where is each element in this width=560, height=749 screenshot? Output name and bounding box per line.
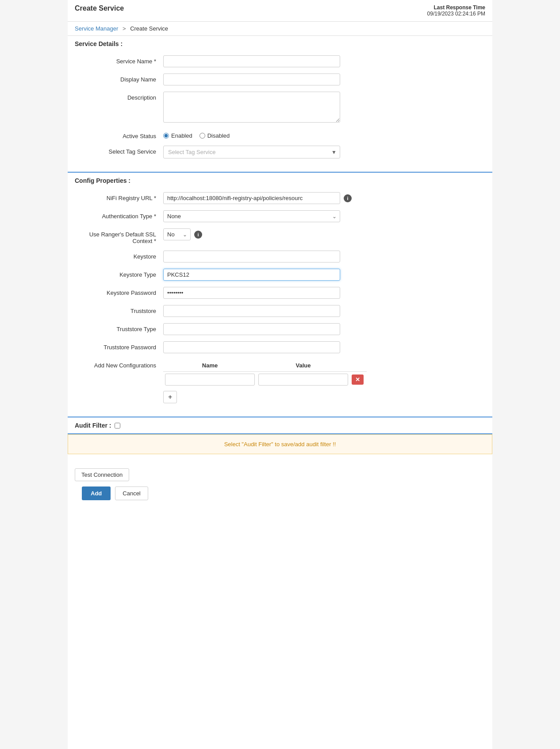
service-details-body: Service Name * Display Name Description [68, 52, 492, 172]
config-properties-section: Config Properties : NiFi Registry URL * … [68, 173, 492, 417]
service-name-control [163, 55, 340, 67]
active-status-label: Active Status [75, 130, 163, 139]
service-details-header: Service Details : [68, 36, 492, 52]
config-name-cell [163, 372, 257, 388]
truststore-control [163, 305, 340, 317]
nifi-registry-url-control: http://localhost:18080/nifi-registry-api… [163, 192, 352, 204]
use-ranger-ssl-select[interactable]: No Yes [163, 228, 191, 240]
enabled-radio[interactable] [163, 133, 169, 139]
nifi-registry-url-row: NiFi Registry URL * http://localhost:180… [75, 192, 485, 204]
enabled-radio-item[interactable]: Enabled [163, 132, 192, 139]
add-config-row-button[interactable]: + [163, 391, 177, 403]
config-delete-cell: ✕ [350, 372, 367, 388]
display-name-label: Display Name [75, 73, 163, 83]
config-name-input[interactable] [165, 374, 255, 386]
use-ranger-ssl-control: No Yes ⌄ i [163, 228, 202, 240]
select-tag-service-label: Select Tag Service [75, 146, 163, 155]
page-title: Create Service [75, 4, 124, 12]
description-textarea[interactable] [163, 92, 340, 123]
use-ranger-ssl-label: Use Ranger's Default SSL Context * [75, 228, 163, 244]
nifi-registry-url-input[interactable]: http://localhost:18080/nifi-registry-api… [163, 192, 340, 204]
disabled-label: Disabled [207, 132, 230, 139]
config-properties-header: Config Properties : [68, 173, 492, 189]
config-delete-button[interactable]: ✕ [352, 374, 364, 385]
description-row: Description [75, 92, 485, 124]
keystore-password-input[interactable] [163, 287, 340, 299]
config-table-header-row: Name Value [163, 359, 367, 372]
truststore-password-control [163, 341, 340, 353]
config-value-input[interactable] [258, 374, 348, 386]
audit-filter-header: Audit Filter : [68, 417, 492, 433]
keystore-type-label: Keystore Type [75, 269, 163, 278]
breadcrumb-separator: > [123, 25, 126, 32]
truststore-type-control [163, 323, 340, 335]
auth-type-wrapper: None Kerberos SSL ⌄ [163, 210, 340, 222]
tag-service-wrapper: Select Tag Service ▼ [163, 146, 340, 158]
page-container: Create Service Last Response Time 09/19/… [68, 0, 492, 749]
truststore-password-input[interactable] [163, 341, 340, 353]
keystore-label: Keystore [75, 251, 163, 260]
description-control [163, 92, 340, 124]
audit-filter-banner-message: Select "Audit Filter" to save/add audit … [224, 441, 336, 448]
keystore-input[interactable] [163, 251, 340, 263]
breadcrumb-service-manager[interactable]: Service Manager [75, 25, 118, 32]
last-response-value: 09/19/2023 02:24:16 PM [427, 11, 485, 17]
add-new-config-label: Add New Configurations [75, 359, 163, 369]
header: Create Service Last Response Time 09/19/… [68, 0, 492, 22]
config-name-col-header: Name [163, 359, 257, 372]
keystore-type-input[interactable]: PKCS12 [163, 269, 340, 281]
enabled-label: Enabled [171, 132, 192, 139]
keystore-type-control: PKCS12 [163, 269, 340, 281]
keystore-password-label: Keystore Password [75, 287, 163, 296]
use-ranger-ssl-row: Use Ranger's Default SSL Context * No Ye… [75, 228, 485, 244]
last-response-label: Last Response Time [427, 4, 485, 11]
breadcrumb: Service Manager > Create Service [68, 22, 492, 36]
audit-filter-checkbox[interactable] [115, 423, 120, 429]
action-buttons: Add Cancel [82, 486, 148, 500]
footer-buttons: Test Connection Add Cancel [68, 461, 492, 507]
auth-type-row: Authentication Type * None Kerberos SSL … [75, 210, 485, 222]
auth-type-label: Authentication Type * [75, 210, 163, 220]
add-button[interactable]: Add [82, 486, 111, 500]
use-ranger-ssl-wrapper: No Yes ⌄ [163, 228, 191, 240]
use-ranger-ssl-info-icon[interactable]: i [194, 231, 202, 239]
service-name-label: Service Name * [75, 55, 163, 65]
display-name-input[interactable] [163, 73, 340, 85]
truststore-type-row: Truststore Type [75, 323, 485, 335]
auth-type-select[interactable]: None Kerberos SSL [163, 210, 340, 222]
disabled-radio-item[interactable]: Disabled [199, 132, 230, 139]
breadcrumb-current: Create Service [130, 25, 168, 32]
test-connection-button[interactable]: Test Connection [75, 468, 129, 481]
nifi-registry-url-info-icon[interactable]: i [344, 194, 352, 202]
audit-filter-label: Audit Filter : [75, 422, 111, 429]
active-status-row: Active Status Enabled Disabled [75, 130, 485, 139]
config-action-col-header [350, 359, 367, 372]
description-label: Description [75, 92, 163, 101]
config-value-col-header: Value [257, 359, 350, 372]
service-details-section: Service Details : Service Name * Display… [68, 36, 492, 173]
nifi-registry-url-label: NiFi Registry URL * [75, 192, 163, 201]
truststore-type-input[interactable] [163, 323, 340, 335]
select-tag-service-control: Select Tag Service ▼ [163, 146, 340, 158]
keystore-password-control [163, 287, 340, 299]
truststore-type-label: Truststore Type [75, 323, 163, 332]
config-properties-body: NiFi Registry URL * http://localhost:180… [68, 189, 492, 417]
audit-filter-banner: Select "Audit Filter" to save/add audit … [68, 434, 492, 454]
config-value-cell [257, 372, 350, 388]
cancel-button[interactable]: Cancel [115, 486, 148, 500]
config-table-row: ✕ [163, 372, 367, 388]
disabled-radio[interactable] [199, 133, 205, 139]
truststore-password-row: Truststore Password [75, 341, 485, 353]
config-table: Name Value [163, 359, 367, 387]
display-name-control [163, 73, 340, 85]
keystore-type-row: Keystore Type PKCS12 [75, 269, 485, 281]
active-status-radio-group: Enabled Disabled [163, 130, 340, 139]
truststore-input[interactable] [163, 305, 340, 317]
truststore-row: Truststore [75, 305, 485, 317]
last-response-time: Last Response Time 09/19/2023 02:24:16 P… [427, 4, 485, 17]
keystore-row: Keystore [75, 251, 485, 263]
tag-service-select[interactable]: Select Tag Service [163, 146, 340, 158]
service-name-input[interactable] [163, 55, 340, 67]
truststore-label: Truststore [75, 305, 163, 314]
truststore-password-label: Truststore Password [75, 341, 163, 351]
